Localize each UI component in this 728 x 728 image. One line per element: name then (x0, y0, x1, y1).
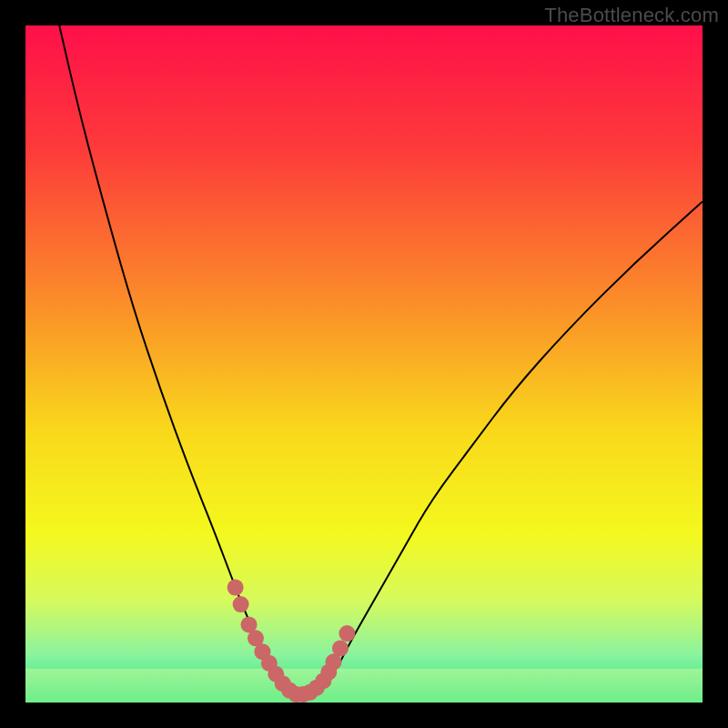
highlight-point (339, 625, 355, 642)
highlight-point (332, 640, 349, 656)
gradient-background (25, 25, 703, 703)
highlight-point (228, 580, 244, 596)
highlight-point (233, 596, 249, 612)
plot-area (25, 25, 703, 703)
bottleneck-chart (25, 25, 703, 703)
outer-frame: TheBottleneck.com (0, 0, 728, 728)
attribution-text: TheBottleneck.com (544, 4, 719, 27)
acceptable-band (25, 669, 703, 703)
